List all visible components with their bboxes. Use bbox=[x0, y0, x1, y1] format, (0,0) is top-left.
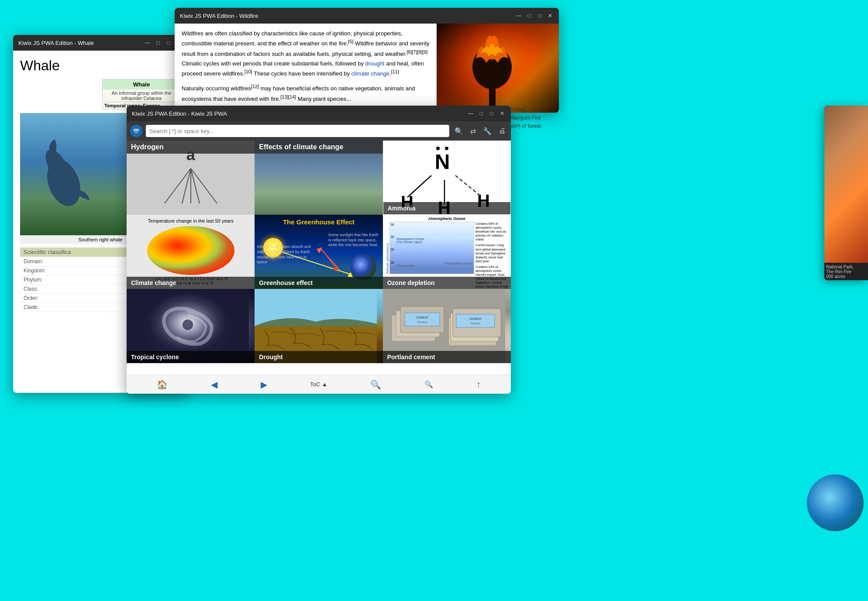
kiwix-tile-button[interactable]: □ bbox=[478, 110, 485, 117]
wildfire-illustration bbox=[437, 24, 559, 113]
ammonia-label: Ammonia bbox=[383, 202, 510, 214]
kiwix-main-window: Kiwix JS PWA Edition - Kiwix JS PWA — □ … bbox=[127, 106, 511, 394]
card-climate-change[interactable]: Temperature change in the last 50 years … bbox=[127, 215, 255, 289]
acres-label: 000 acres bbox=[826, 274, 866, 279]
zoom-out-button[interactable]: 🔍 bbox=[424, 380, 433, 388]
climate-change-link[interactable]: climate change bbox=[351, 71, 389, 77]
wf-maximize-button[interactable]: □ bbox=[536, 12, 543, 19]
drought-link[interactable]: drought bbox=[365, 60, 385, 67]
phylum-label: Phylum: bbox=[20, 275, 126, 285]
scroll-up-button[interactable]: ↑ bbox=[476, 379, 481, 389]
drought-label: Drought bbox=[255, 351, 382, 363]
svg-text:CEMENT: CEMENT bbox=[469, 317, 482, 320]
whale-heading: Whale bbox=[20, 58, 181, 74]
home-button[interactable]: 🏠 bbox=[157, 379, 168, 390]
kiwix-maximize-button[interactable]: □ bbox=[488, 110, 495, 117]
whale-titlebar: Kiwix JS PWA Edition - Whale — □ □ ✕ bbox=[13, 35, 188, 51]
wildfire-image bbox=[437, 24, 559, 113]
svg-point-17 bbox=[445, 147, 448, 150]
card-ozone[interactable]: Atmospheric Ozone Altitude (kilometers) … bbox=[383, 215, 511, 289]
ozone-chart-title: Atmospheric Ozone bbox=[385, 216, 509, 221]
maximize-button[interactable]: □ bbox=[165, 39, 172, 46]
wildfire-right-partial: National Park, The Rim Fire 000 acres bbox=[824, 106, 868, 280]
greenhouse-text1: Some sunlight that hits Earth is reflect… bbox=[328, 233, 381, 248]
ozone-alt-10: 10 bbox=[391, 261, 394, 264]
smog-ozone-label: 'Smog' ozone bbox=[396, 264, 415, 267]
kiwix-window-title: Kiwix JS PWA Edition - Kiwix JS PWA bbox=[132, 110, 467, 117]
ozone-annotation-2: Current issues: Long-term global downwar… bbox=[475, 243, 509, 263]
wrench-icon[interactable]: 🔧 bbox=[481, 126, 493, 136]
temperature-globe bbox=[147, 226, 234, 275]
wildfire-window-title: Kiwix JS PWA Edition - Wildfire bbox=[180, 13, 515, 19]
svg-rect-46 bbox=[456, 314, 495, 327]
svg-line-26 bbox=[320, 248, 340, 270]
svg-point-9 bbox=[137, 130, 138, 131]
svg-point-5 bbox=[132, 127, 141, 135]
globe-partial bbox=[807, 474, 864, 531]
svg-point-33 bbox=[185, 322, 190, 327]
wf-restore-button[interactable]: □ bbox=[526, 12, 533, 19]
cyclone-label: Tropical cyclone bbox=[127, 351, 255, 363]
class-label: Class: bbox=[20, 285, 126, 294]
svg-marker-27 bbox=[317, 247, 322, 253]
ozone-chart-area: 50 30 20 10 Stratospheric Ozone(The Ozon… bbox=[389, 222, 474, 274]
kiwix-close-button[interactable]: ✕ bbox=[499, 110, 506, 117]
forward-button[interactable]: ▶ bbox=[261, 379, 267, 390]
svg-line-20 bbox=[455, 175, 479, 195]
wildfire-titlebar: Kiwix JS PWA Edition - Wildfire — □ □ ✕ bbox=[175, 8, 559, 24]
wildfire-paragraph-2: Naturally occurring wildfires[12] may ha… bbox=[182, 83, 430, 104]
wf-close-button[interactable]: ✕ bbox=[547, 12, 554, 19]
card-tropical-cyclone[interactable]: Tropical cyclone bbox=[127, 289, 255, 363]
svg-point-16 bbox=[436, 147, 440, 150]
wildfire-paragraph-1: Wildfires are often classified by charac… bbox=[182, 29, 430, 79]
back-button[interactable]: ◀ bbox=[211, 379, 217, 390]
minimize-button[interactable]: — bbox=[144, 39, 151, 46]
greenhouse-label: Greenhouse effect bbox=[255, 277, 382, 289]
ozone-chart-body: Altitude (kilometers) 50 30 20 10 Strato… bbox=[385, 222, 509, 274]
svg-text:CEMENT: CEMENT bbox=[416, 316, 429, 319]
ozone-y-axis: Altitude (kilometers) bbox=[385, 222, 389, 274]
restore-button[interactable]: □ bbox=[155, 39, 162, 46]
wildfire-window: Kiwix JS PWA Edition - Wildfire — □ □ ✕ … bbox=[175, 8, 559, 113]
whale-window-title: Kiwix JS PWA Edition - Whale bbox=[18, 40, 144, 46]
kiwix-minimize-button[interactable]: — bbox=[467, 110, 474, 117]
search-input[interactable] bbox=[146, 125, 449, 137]
tropospheric-ozone-label: Tropospheric ozone bbox=[444, 262, 472, 265]
clade-label: Clade: bbox=[20, 303, 126, 312]
ozone-alt-30: 30 bbox=[391, 235, 394, 238]
svg-text:Portland: Portland bbox=[417, 321, 427, 323]
svg-rect-40 bbox=[405, 313, 440, 326]
svg-point-8 bbox=[134, 130, 136, 131]
print-icon[interactable]: 🖨 bbox=[497, 126, 507, 136]
hydrogen-orbital-svg bbox=[147, 164, 234, 208]
toc-button[interactable]: ToC ▲ bbox=[310, 381, 327, 388]
card-drought[interactable]: Drought bbox=[255, 289, 382, 363]
ozone-alt-50: 50 bbox=[391, 223, 394, 226]
shuffle-icon[interactable]: ⇄ bbox=[468, 126, 478, 136]
whale-infobox: Whale An informal group within the infra… bbox=[102, 79, 181, 110]
card-ammonia[interactable]: N H H H Ammonia bbox=[383, 141, 511, 215]
wf-minimize-button[interactable]: — bbox=[515, 12, 522, 19]
card-hydrogen[interactable]: a Hydrogen bbox=[127, 141, 255, 215]
rim-fire-label: The Rim Fire bbox=[826, 269, 866, 274]
kiwix-window-controls: — □ □ ✕ bbox=[467, 110, 506, 117]
domain-label: Domain: bbox=[20, 257, 126, 266]
forest-label: Forest, Mangum Fire km²) of forest. bbox=[510, 106, 545, 131]
card-greenhouse[interactable]: The Greenhouse Effect bbox=[255, 215, 382, 289]
hydrogen-label: Hydrogen bbox=[127, 141, 255, 154]
kiwix-logo bbox=[130, 125, 142, 137]
kiwix-titlebar: Kiwix JS PWA Edition - Kiwix JS PWA — □ … bbox=[127, 106, 511, 121]
svg-text:Portland: Portland bbox=[470, 322, 480, 325]
card-effects-climate[interactable]: Effects of climate change bbox=[255, 141, 382, 215]
greenhouse-text2: Greenhouse gases absorb and redirect hea… bbox=[257, 244, 313, 265]
search-icon[interactable]: 🔍 bbox=[453, 126, 465, 136]
svg-line-28 bbox=[325, 252, 336, 268]
ozone-alt-20: 20 bbox=[391, 248, 394, 251]
wildfire-content: Wildfires are often classified by charac… bbox=[175, 24, 559, 113]
ozone-label: Ozone depletion bbox=[383, 277, 511, 289]
temp-map-title: Temperature change in the last 50 years bbox=[148, 218, 234, 223]
zoom-in-button[interactable]: 🔍 bbox=[370, 379, 381, 390]
climate-change-label: Climate change bbox=[127, 277, 255, 289]
effects-climate-label: Effects of climate change bbox=[255, 141, 382, 154]
card-portland-cement[interactable]: CEMENT Portland CEMENT Portland Portland… bbox=[383, 289, 511, 363]
